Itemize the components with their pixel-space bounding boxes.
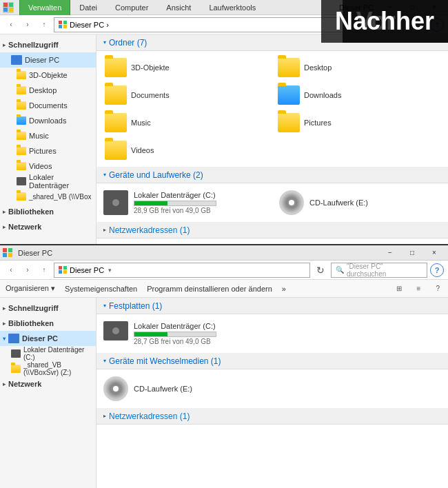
wechselmedien-drive-e[interactable]: CD-Laufwerk (E:) [103,374,441,404]
sidebar-item-documents[interactable]: Documents [0,98,96,113]
folder-icon-videos-main [105,141,127,160]
maximize-btn-bottom[interactable]: □ [401,245,423,261]
sidebar-item-downloads[interactable]: Downloads [0,113,96,128]
sidebar-item-3d-objekte[interactable]: 3D-Objekte [0,68,96,83]
folders-grid: 3D-Objekte Desktop Documents Downloads M… [96,51,448,167]
sidebar-label-desktop: Desktop [29,86,57,94]
folder-icon-vids [17,162,26,170]
drive-size-c: 28,9 GB frei von 49,0 GB [134,207,265,214]
folder-item-documents[interactable]: Documents [101,83,271,108]
folder-item-downloads[interactable]: Downloads [274,83,444,108]
search-box-bottom[interactable]: 🔍 "Dieser PC" durchsuchen [331,263,427,278]
folder-name-desktop: Desktop [304,63,332,72]
drive-item-c[interactable]: Lokaler Datenträger (C:) 28,9 GB frei vo… [103,187,265,218]
folder-icon-pics [17,147,26,155]
folder-item-3d[interactable]: 3D-Objekte [101,55,271,80]
folder-name-downloads: Downloads [304,91,341,99]
sidebar-schnellzugriff-bottom[interactable]: ▸ Schnellzugriff [0,301,96,316]
sidebar-item-pictures[interactable]: Pictures [0,143,96,159]
drive-info-c-bottom: Lokaler Datenträger (C:) 28,7 GB frei vo… [134,322,441,345]
sidebar-item-music[interactable]: Music [0,128,96,143]
main-pane-top: ▾ Ordner (7) 3D-Objekte Desktop Document… [96,34,448,244]
window-icons [3,2,14,13]
ribbon-organise[interactable]: Organisieren ▾ [6,284,55,293]
drives-section-header[interactable]: ▾ Geräte und Laufwerke (2) [96,167,448,183]
sidebar-top: ▸ Schnellzugriff Dieser PC 3D-Objekte De… [0,34,96,244]
tab-computer[interactable]: Computer [106,0,157,16]
up-btn-top[interactable]: ↑ [37,18,51,32]
pc-icon [11,55,22,65]
back-btn-bottom[interactable]: ‹ [4,263,18,277]
view-icons-btn[interactable]: ⊞ [394,283,405,294]
drive-name-c: Lokaler Datenträger (C:) [134,191,265,199]
folder-item-desktop[interactable]: Desktop [274,55,444,80]
festplatten-drive-c[interactable]: Lokaler Datenträger (C:) 28,7 GB frei vo… [103,318,441,349]
forward-btn-bottom[interactable]: › [21,263,34,277]
folder-item-pictures[interactable]: Pictures [274,110,444,135]
tab-verwalten[interactable]: Verwalten [19,0,70,16]
folder-item-music[interactable]: Music [101,110,271,135]
app-icon [3,2,14,13]
sidebar-label-bib-bottom: Bibliotheken [8,319,54,327]
sidebar-label-dieser-pc-bottom: Dieser PC [22,334,58,343]
festplatten-grid: Lokaler Datenträger (C:) 28,7 GB frei vo… [96,314,448,353]
ribbon-bottom: Organisieren ▾ Systemeigenschaften Progr… [0,280,448,298]
drive-bar-fill-c-bottom [134,332,167,336]
folder-icon-pictures-main [278,113,300,132]
up-btn-bottom[interactable]: ↑ [37,263,51,277]
festplatten-header[interactable]: ▾ Festplatten (1) [96,298,448,314]
network-section-header-bottom[interactable]: ▸ Netzwerkadressen (1) [96,408,448,425]
sidebar-item-dieser-pc[interactable]: Dieser PC [0,52,96,68]
sidebar-bibliotheken-bottom[interactable]: ▸ Bibliotheken [0,316,96,331]
content-top: ▸ Schnellzugriff Dieser PC 3D-Objekte De… [0,34,448,244]
wechselmedien-grid: CD-Laufwerk (E:) [96,369,448,408]
sidebar-label-music: Music [29,132,49,140]
minimize-btn-bottom[interactable]: − [379,245,401,261]
folders-section-title: Ordner (7) [109,38,147,48]
sidebar-item-desktop[interactable]: Desktop [0,83,96,98]
sidebar-item-shared[interactable]: _shared_VB (\\VBox [0,189,96,204]
ribbon-system[interactable]: Systemeigenschaften [65,285,137,293]
help-btn-bottom[interactable]: ? [430,263,444,277]
sidebar-netzwerk-bottom[interactable]: ▸ Netzwerk [0,376,96,392]
tab-datei[interactable]: Datei [70,0,106,16]
sidebar-label: Schnellzugriff [8,41,59,49]
refresh-btn[interactable]: ↻ [313,263,328,278]
sidebar-dieser-pc-bottom[interactable]: ▾ Dieser PC [0,331,96,346]
sidebar-label-lokaler-bottom: Lokaler Datenträger (C:) [23,346,93,361]
sidebar-lokaler-bottom[interactable]: Lokaler Datenträger (C:) [0,346,96,361]
view-details-btn[interactable]: ≡ [414,283,424,294]
folder-icon-shared-bottom [11,365,21,373]
address-bar-bottom: ‹ › ↑ Dieser PC ▾ ↻ 🔍 "Dieser PC" durchs… [0,261,448,280]
sidebar-shared-bottom[interactable]: _shared_VB (\\VBoxSvr) (Z:) [0,361,96,376]
sidebar-item-lokaler[interactable]: Lokaler Datenträger [0,174,96,189]
content-bottom: ▸ Schnellzugriff ▸ Bibliotheken ▾ Dieser… [0,298,448,488]
sidebar-label-videos: Videos [29,162,52,170]
ribbon-uninstall[interactable]: Programm deinstallieren oder ändern [147,285,272,293]
ribbon-more[interactable]: » [282,285,286,293]
folder-icon-docs [17,101,26,110]
sidebar-item-netzwerk[interactable]: ▸ Netzwerk [0,219,96,234]
sidebar-label-dieser-pc: Dieser PC [25,56,59,64]
back-btn-top[interactable]: ‹ [4,18,18,32]
hdd-sidebar-icon [17,177,26,185]
drive-item-e[interactable]: CD-Laufwerk (E:) [279,187,441,218]
tab-ansicht[interactable]: Ansicht [157,0,200,16]
network-section-header-top[interactable]: ▸ Netzwerkadressen (1) [96,222,448,238]
close-btn-bottom[interactable]: × [423,245,445,261]
sidebar-label-netz-bottom: Netzwerk [8,380,41,388]
sidebar-item-videos[interactable]: Videos [0,159,96,174]
sidebar-item-schnellzugriff[interactable]: ▸ Schnellzugriff [0,37,96,52]
sidebar-label-schnell: Schnellzugriff [8,304,59,312]
main-pane-bottom: ▾ Festplatten (1) Lokaler Datenträger (C… [96,298,448,488]
view-help-btn[interactable]: ? [433,283,442,294]
forward-btn-top[interactable]: › [21,18,34,32]
address-box-bottom[interactable]: Dieser PC ▾ [54,263,310,278]
sidebar-label-downloads: Downloads [29,116,66,125]
sidebar-item-bibliotheken[interactable]: ▸ Bibliotheken [0,204,96,219]
folder-icon-downloads-main [278,85,300,105]
wechselmedien-header[interactable]: ▾ Geräte mit Wechselmedien (1) [96,353,448,369]
folder-item-videos[interactable]: Videos [101,138,271,163]
drive-bar-c-bottom [134,332,216,337]
tab-laufwerktools[interactable]: Laufwerktools [200,0,265,16]
